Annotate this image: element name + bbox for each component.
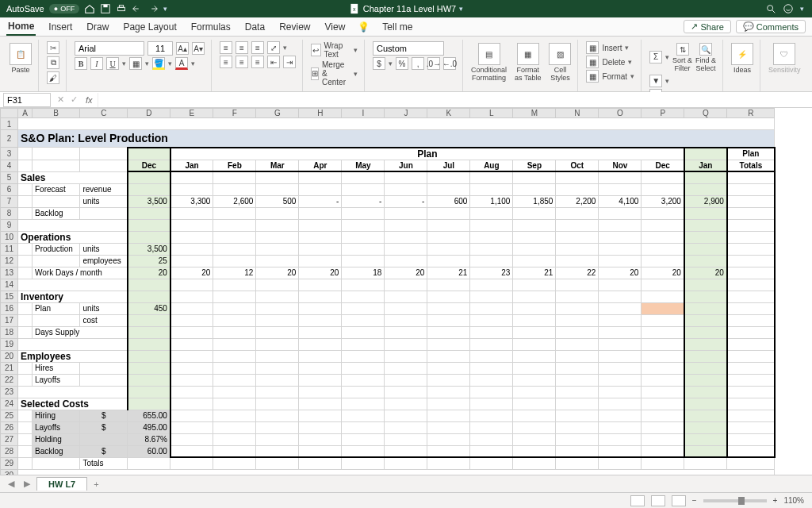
home-icon[interactable] bbox=[84, 3, 95, 14]
smile-icon[interactable] bbox=[783, 3, 794, 14]
share-icon: ↗ bbox=[691, 21, 698, 32]
grid[interactable]: ABCDEFGHIJKLMNOPQR 1 2S&O Plan: Level Pr… bbox=[0, 108, 812, 475]
italic-button[interactable]: I bbox=[90, 57, 103, 70]
autosave-label: AutoSave bbox=[6, 4, 44, 13]
zoom-level[interactable]: 110% bbox=[783, 496, 804, 505]
formula-input[interactable] bbox=[98, 93, 812, 107]
svg-rect-3 bbox=[120, 6, 124, 8]
align-left-icon[interactable]: ≡ bbox=[220, 56, 232, 68]
tab-draw[interactable]: Draw bbox=[85, 19, 110, 35]
merge-label[interactable]: Merge & Center bbox=[322, 60, 350, 87]
svg-text:x: x bbox=[353, 6, 356, 12]
redo-icon[interactable] bbox=[147, 3, 159, 14]
autosave-toggle[interactable]: ● OFF bbox=[49, 4, 79, 13]
sort-filter-icon[interactable]: ⇅ bbox=[676, 43, 689, 56]
underline-button[interactable]: U bbox=[106, 57, 119, 70]
bold-button[interactable]: B bbox=[75, 57, 87, 70]
align-mid-icon[interactable]: ≡ bbox=[236, 41, 248, 54]
enter-icon[interactable]: ✓ bbox=[67, 94, 81, 105]
font-name-select[interactable] bbox=[75, 41, 144, 56]
comma-icon[interactable]: , bbox=[412, 57, 424, 70]
decrease-font-icon[interactable]: A▾ bbox=[192, 42, 205, 55]
search-icon[interactable] bbox=[765, 3, 776, 14]
zoom-in-button[interactable]: + bbox=[773, 496, 778, 505]
cell[interactable] bbox=[18, 118, 775, 130]
comments-button[interactable]: 💬Comments bbox=[736, 20, 806, 33]
status-bar: − + 110% bbox=[0, 492, 812, 508]
view-page-layout-icon[interactable] bbox=[651, 495, 665, 506]
sheet-title: S&O Plan: Level Production bbox=[18, 130, 775, 148]
fill-icon[interactable]: ▼ bbox=[649, 75, 662, 87]
cancel-icon[interactable]: ✕ bbox=[54, 94, 67, 105]
cell-styles-icon[interactable]: ▨ bbox=[549, 43, 571, 65]
tab-data[interactable]: Data bbox=[243, 19, 266, 35]
bulb-icon: 💡 bbox=[358, 21, 370, 33]
tab-page-layout[interactable]: Page Layout bbox=[121, 19, 178, 35]
wrap-text-icon[interactable]: ↩ bbox=[311, 44, 321, 56]
delete-cells-icon[interactable]: ▦ bbox=[586, 56, 599, 68]
svg-rect-2 bbox=[118, 7, 125, 10]
tab-formulas[interactable]: Formulas bbox=[190, 19, 232, 35]
currency-icon[interactable]: $ bbox=[373, 57, 385, 70]
zoom-out-button[interactable]: − bbox=[692, 496, 697, 505]
svg-rect-1 bbox=[104, 5, 108, 8]
view-normal-icon[interactable] bbox=[630, 495, 645, 506]
tab-review[interactable]: Review bbox=[278, 19, 312, 35]
tab-view[interactable]: View bbox=[324, 19, 347, 35]
fx-icon[interactable]: fx bbox=[81, 95, 98, 105]
format-cells-icon[interactable]: ▦ bbox=[586, 70, 599, 83]
merge-icon[interactable]: ⊞ bbox=[311, 67, 319, 80]
name-box[interactable]: F31 bbox=[3, 93, 51, 107]
excel-doc-icon: x bbox=[349, 3, 360, 14]
tell-me[interactable]: Tell me bbox=[381, 19, 414, 35]
ideas-icon[interactable]: ⚡ bbox=[731, 43, 753, 65]
wrap-label[interactable]: Wrap Text bbox=[324, 41, 351, 59]
ribbon: 📋 Paste ✂ ⧉ 🖌 A▴ A▾ B I U▾ ▦▾ 🪣▾ A▾ ≡ ≡ … bbox=[0, 37, 812, 92]
increase-font-icon[interactable]: A▴ bbox=[176, 42, 189, 55]
titlebar: AutoSave ● OFF ▾ x Chapter 11a Level HW7… bbox=[0, 0, 812, 17]
print-icon[interactable] bbox=[116, 3, 127, 14]
paste-icon[interactable]: 📋 bbox=[10, 43, 32, 65]
cut-icon[interactable]: ✂ bbox=[47, 41, 59, 54]
formula-bar: F31 ✕ ✓ fx bbox=[0, 92, 812, 108]
copy-icon[interactable]: ⧉ bbox=[47, 56, 59, 69]
dec-decimal-icon[interactable]: ←.0 bbox=[443, 57, 456, 70]
tab-home[interactable]: Home bbox=[6, 18, 36, 36]
tab-nav-next-icon[interactable]: ▶ bbox=[21, 479, 33, 489]
inc-decimal-icon[interactable]: .0→ bbox=[427, 57, 440, 70]
border-icon[interactable]: ▦ bbox=[129, 57, 142, 70]
zoom-slider[interactable] bbox=[703, 499, 767, 502]
align-bot-icon[interactable]: ≡ bbox=[251, 41, 264, 54]
autosum-icon[interactable]: Σ bbox=[649, 51, 662, 64]
select-all[interactable] bbox=[1, 109, 18, 118]
format-table-icon[interactable]: ▦ bbox=[517, 43, 539, 65]
percent-icon[interactable]: % bbox=[396, 57, 408, 70]
format-painter-icon[interactable]: 🖌 bbox=[47, 71, 59, 84]
indent-inc-icon[interactable]: ⇥ bbox=[283, 56, 296, 68]
tab-insert[interactable]: Insert bbox=[47, 19, 74, 35]
tab-nav-prev-icon[interactable]: ◀ bbox=[5, 479, 17, 489]
view-page-break-icon[interactable] bbox=[672, 495, 686, 506]
doc-title: Chapter 11a Level HW7 bbox=[363, 4, 456, 13]
orientation-icon[interactable]: ⤢ bbox=[267, 41, 280, 54]
align-top-icon[interactable]: ≡ bbox=[220, 41, 232, 54]
font-color-icon[interactable]: A bbox=[175, 57, 188, 70]
find-select-icon[interactable]: 🔍 bbox=[699, 43, 712, 56]
ribbon-tabs: Home Insert Draw Page Layout Formulas Da… bbox=[0, 17, 812, 37]
undo-icon[interactable] bbox=[132, 3, 143, 14]
add-sheet-button[interactable]: + bbox=[90, 479, 102, 489]
share-button[interactable]: ↗Share bbox=[684, 20, 730, 33]
align-center-icon[interactable]: ≡ bbox=[236, 56, 248, 68]
save-icon[interactable] bbox=[100, 3, 111, 14]
fill-color-icon[interactable]: 🪣 bbox=[152, 57, 165, 70]
sheet-tabs-bar: ◀ ▶ HW L7 + bbox=[0, 475, 812, 492]
conditional-formatting-icon[interactable]: ▤ bbox=[478, 43, 500, 65]
comment-icon: 💬 bbox=[743, 21, 754, 32]
number-format-select[interactable] bbox=[373, 41, 444, 56]
indent-dec-icon[interactable]: ⇤ bbox=[267, 56, 280, 68]
insert-cells-icon[interactable]: ▦ bbox=[586, 41, 599, 54]
font-size-select[interactable] bbox=[147, 41, 173, 56]
sheet-tab-active[interactable]: HW L7 bbox=[36, 477, 87, 491]
align-right-icon[interactable]: ≡ bbox=[251, 56, 264, 68]
svg-point-7 bbox=[784, 5, 793, 13]
